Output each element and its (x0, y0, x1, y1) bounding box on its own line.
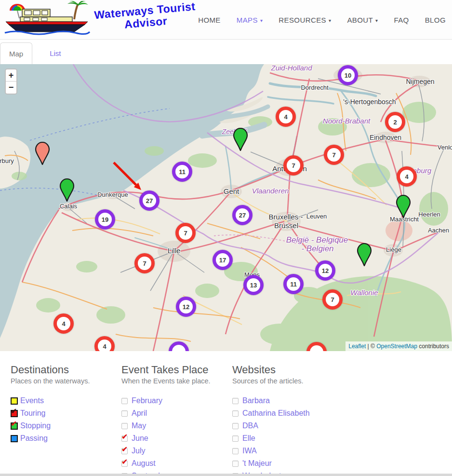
filter-checkbox-row[interactable]: ✔August (121, 457, 232, 470)
checkbox-label[interactable]: July (132, 447, 145, 455)
filter-checkbox-row[interactable]: DBA (232, 420, 343, 432)
filter-checkbox-row[interactable]: ✔July (121, 445, 232, 457)
cluster-marker[interactable]: 7 (134, 253, 155, 273)
checkbox-label[interactable]: Stopping (20, 422, 51, 430)
map-label-city: Eindhoven (370, 134, 401, 141)
pin-marker-green[interactable] (396, 195, 411, 220)
filter-checkbox-row[interactable]: 't Majeur (232, 457, 343, 470)
cluster-marker[interactable]: 13 (243, 275, 264, 295)
filter-checkbox-row[interactable]: April (121, 407, 232, 420)
nav-item-resources[interactable]: RESOURCES▾ (279, 16, 331, 24)
openstreetmap-link[interactable]: OpenStreetMap (376, 343, 417, 350)
filter-checkbox-row[interactable]: Passing (11, 432, 121, 445)
cluster-marker[interactable]: 17 (213, 250, 233, 270)
checkbox-label[interactable]: DBA (242, 422, 258, 430)
map-label-city: Bruxelles - (269, 213, 303, 221)
checkbox[interactable] (232, 410, 239, 417)
leaflet-link[interactable]: Leaflet (348, 343, 366, 350)
cluster-marker[interactable]: 7 (175, 223, 196, 243)
cluster-marker[interactable]: 27 (139, 190, 160, 211)
filter-checkbox-row[interactable]: Elle (232, 432, 343, 445)
cluster-marker[interactable]: 27 (232, 205, 253, 225)
pin-marker-salmon[interactable] (35, 142, 50, 167)
checkbox[interactable] (232, 448, 239, 454)
filter-checkbox-row[interactable]: IWA (232, 445, 343, 457)
tab-map[interactable]: Map (0, 42, 32, 64)
filter-checkbox-row[interactable]: February (121, 394, 232, 407)
checkbox[interactable] (121, 410, 128, 417)
checkbox[interactable]: ✔ (11, 410, 18, 417)
pin-marker-green[interactable] (357, 243, 372, 268)
checkbox-label[interactable]: Events (20, 396, 44, 405)
checkbox-label[interactable]: April (132, 409, 147, 418)
tab-list[interactable]: List (41, 42, 69, 64)
filter-column-title: Event Takes Place (121, 364, 232, 376)
map-label-city: Dordrecht (301, 84, 328, 91)
nav-item-blog[interactable]: BLOG (425, 16, 446, 24)
checkbox-label[interactable]: Elle (242, 434, 255, 443)
pin-marker-green[interactable] (59, 178, 75, 204)
site-title: Waterways Tourist Advisor (93, 0, 198, 34)
cluster-marker[interactable]: 11 (172, 162, 192, 182)
cluster-marker[interactable]: 7 (283, 155, 304, 176)
checkbox-label[interactable]: IWA (242, 447, 257, 455)
checkbox-label[interactable]: February (132, 396, 162, 405)
cluster-marker[interactable]: 4 (397, 166, 417, 187)
cluster-marker[interactable]: 12 (315, 260, 335, 281)
zoom-out-button[interactable]: − (6, 82, 16, 94)
zoom-in-button[interactable]: + (6, 69, 16, 82)
checkbox-label[interactable]: May (132, 422, 146, 430)
checkbox-label[interactable]: Passing (20, 434, 48, 443)
filter-column-subtitle: Places on the waterways. (11, 377, 121, 385)
checkbox-label[interactable]: August (132, 459, 156, 468)
checkbox[interactable] (232, 423, 239, 429)
nav-item-about[interactable]: ABOUT▾ (347, 16, 378, 24)
filter-checkbox-row[interactable]: Barbara (232, 394, 343, 407)
pin-marker-green[interactable] (233, 128, 248, 153)
checkbox[interactable] (11, 435, 18, 442)
cluster-marker[interactable]: 10 (338, 65, 358, 85)
nav-item-maps[interactable]: MAPS▾ (237, 16, 263, 24)
checkmark-icon: ✔ (11, 407, 17, 416)
leaflet-map[interactable]: Zuid-HollandDordrechtNijmegen's-Hertogen… (0, 64, 452, 351)
checkbox-label[interactable]: Catharina Elisabeth (242, 409, 310, 418)
nav-item-home[interactable]: HOME (198, 16, 221, 24)
filter-checkbox-row[interactable]: ✔Stopping (11, 420, 121, 432)
cluster-marker[interactable]: 7 (324, 145, 344, 165)
checkbox-label[interactable]: Touring (20, 409, 45, 418)
chevron-down-icon: ▾ (260, 18, 263, 23)
site-logo[interactable]: Waterways Tourist Advisor (3, 1, 196, 38)
checkbox[interactable] (121, 423, 128, 429)
checkbox[interactable] (121, 398, 128, 404)
checkbox[interactable]: ✔ (11, 422, 18, 430)
cluster-marker[interactable]: 19 (95, 209, 115, 230)
map-label-province: Zuid-Holland (271, 64, 312, 72)
map-label-city: Lille (168, 246, 181, 255)
cluster-marker[interactable]: 12 (176, 297, 196, 317)
cluster-marker[interactable]: 7 (322, 289, 343, 310)
filter-checkbox-row[interactable]: May (121, 420, 232, 432)
checkbox-label[interactable]: Barbara (242, 396, 270, 405)
cluster-marker[interactable]: 11 (283, 274, 304, 294)
checkbox-label[interactable]: June (132, 434, 148, 443)
map-label-city: Venlo (438, 144, 452, 151)
cluster-marker[interactable]: 4 (53, 313, 74, 334)
map-label-city: Heerlen (418, 211, 440, 218)
checkbox-label[interactable]: 't Majeur (242, 459, 272, 468)
filter-checkbox-row[interactable]: Events (11, 394, 121, 407)
cluster-marker[interactable]: 4 (276, 107, 296, 127)
filter-list: FebruaryAprilMay✔June✔July✔AugustSeptemb… (121, 394, 232, 476)
nav-item-faq[interactable]: FAQ (394, 16, 409, 24)
map-label-city: Leuven (306, 213, 327, 220)
checkbox[interactable] (232, 461, 239, 467)
filter-checkbox-row[interactable]: ✔June (121, 432, 232, 445)
checkbox[interactable] (232, 398, 239, 404)
checkbox[interactable]: ✔ (121, 435, 128, 442)
checkbox[interactable]: ✔ (121, 448, 128, 454)
checkbox[interactable]: ✔ (121, 461, 128, 467)
cluster-marker[interactable]: 2 (385, 112, 405, 132)
filter-checkbox-row[interactable]: Catharina Elisabeth (232, 407, 343, 420)
filter-checkbox-row[interactable]: ✔Touring (11, 407, 121, 420)
checkbox[interactable] (11, 397, 18, 405)
checkbox[interactable] (232, 435, 239, 442)
